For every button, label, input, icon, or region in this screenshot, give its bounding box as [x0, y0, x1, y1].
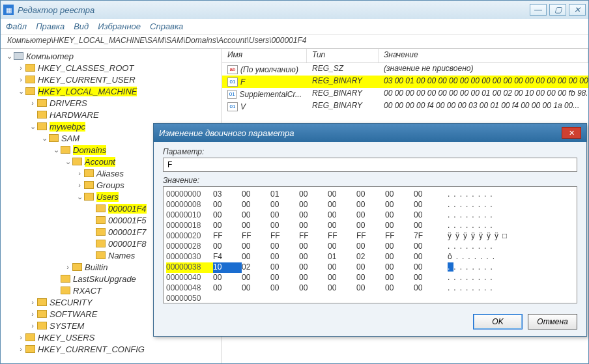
col-type[interactable]: Тип	[307, 49, 379, 63]
hex-byte[interactable]: 00	[414, 221, 442, 231]
collapse-icon[interactable]: ⌄	[75, 193, 84, 201]
hex-row[interactable]: 000000480000000000000000........	[166, 283, 574, 294]
address-bar[interactable]: Компьютер\HKEY_LOCAL_MACHINE\SAM\SAM\Dom…	[1, 35, 588, 49]
hex-byte[interactable]: 00	[299, 200, 328, 210]
hex-byte[interactable]: 00	[299, 252, 328, 262]
collapse-icon[interactable]: ⌄	[5, 52, 14, 61]
collapse-icon[interactable]: ⌄	[63, 158, 72, 166]
hex-byte[interactable]: 00	[242, 283, 270, 294]
hex-byte[interactable]: 00	[414, 252, 442, 262]
hex-byte[interactable]: 00	[270, 200, 299, 210]
hex-byte[interactable]: 00	[270, 221, 299, 231]
list-header[interactable]: Имя Тип Значение	[222, 49, 588, 63]
hex-byte[interactable]: 00	[242, 200, 270, 210]
hex-byte[interactable]: 00	[270, 252, 299, 262]
menu-file[interactable]: Файл	[6, 21, 27, 31]
maximize-button[interactable]: ▢	[549, 4, 566, 16]
collapse-icon[interactable]: ⌄	[51, 146, 61, 154]
hex-byte[interactable]: 01	[270, 189, 299, 200]
hex-row[interactable]: 000000100000000000000000........	[166, 210, 574, 221]
expand-icon[interactable]: ›	[28, 322, 37, 329]
value-row[interactable]: 01SupplementalCr...REG_BINARY00 00 00 00…	[222, 88, 588, 100]
hex-byte[interactable]: 00	[328, 210, 356, 221]
hex-byte[interactable]: 00	[242, 221, 270, 231]
hex-row[interactable]: 000000000300010000000000........	[166, 189, 574, 200]
hex-bytes[interactable]: 1002000000000000	[213, 262, 442, 273]
expand-icon[interactable]: ›	[75, 181, 84, 189]
hex-byte[interactable]: 00	[328, 221, 356, 231]
hex-bytes[interactable]: 0000000000000000	[213, 210, 442, 221]
hex-byte[interactable]: 00	[213, 242, 242, 252]
hex-byte[interactable]: 00	[356, 221, 385, 231]
hex-byte[interactable]: 00	[385, 189, 414, 200]
hex-row[interactable]: 00000020FFFFFFFFFFFFFF7Fÿÿÿÿÿÿÿ□	[166, 231, 574, 242]
hex-byte[interactable]: 00	[213, 221, 242, 231]
dialog-titlebar[interactable]: Изменение двоичного параметра ✕	[154, 124, 586, 142]
hex-bytes[interactable]: 0000000000000000	[213, 283, 442, 294]
hex-byte[interactable]: 00	[270, 283, 299, 294]
expand-icon[interactable]: ›	[28, 310, 37, 318]
hex-byte[interactable]: 00	[385, 283, 414, 294]
hex-row[interactable]: 00000050	[166, 294, 574, 303]
hex-byte[interactable]: 00	[356, 242, 385, 252]
hex-byte[interactable]: 00	[356, 200, 385, 210]
hex-byte[interactable]: 00	[299, 210, 328, 221]
hex-byte[interactable]: 00	[356, 262, 385, 273]
tree-node[interactable]: ›HKEY_CURRENT_USER	[2, 74, 222, 85]
hex-byte[interactable]: 00	[270, 242, 299, 252]
hex-byte[interactable]: 00	[356, 273, 385, 283]
hex-byte[interactable]: 00	[299, 242, 328, 252]
col-value[interactable]: Значение	[379, 49, 588, 63]
expand-icon[interactable]: ›	[63, 263, 72, 271]
tree-node[interactable]: ⌄Компьютер	[2, 50, 222, 62]
hex-byte[interactable]: FF	[385, 231, 414, 242]
tree-node[interactable]: HARDWARE	[2, 109, 222, 120]
param-input[interactable]	[163, 158, 577, 172]
hex-byte[interactable]: 00	[270, 273, 299, 283]
hex-byte[interactable]: 00	[242, 252, 270, 262]
hex-bytes[interactable]: 0000000000000000	[213, 200, 442, 210]
expand-icon[interactable]: ›	[16, 64, 25, 72]
hex-byte[interactable]: 00	[328, 262, 356, 273]
value-row[interactable]: 01FREG_BINARY03 00 01 00 00 00 00 00 00 …	[222, 76, 588, 88]
hex-byte[interactable]: 00	[213, 210, 242, 221]
hex-ascii[interactable]: ........	[442, 242, 574, 252]
hex-byte[interactable]: 00	[385, 242, 414, 252]
hex-byte[interactable]: 00	[328, 273, 356, 283]
hex-byte[interactable]: 00	[414, 189, 442, 200]
hex-bytes[interactable]: 0000000000000000	[213, 221, 442, 231]
collapse-icon[interactable]: ⌄	[40, 134, 49, 143]
hex-byte[interactable]: 00	[328, 189, 356, 200]
hex-byte[interactable]: 00	[414, 273, 442, 283]
hex-ascii[interactable]: ........	[442, 273, 574, 283]
value-row[interactable]: 01VREG_BINARY00 00 00 00 f4 00 00 00 03 …	[222, 100, 588, 113]
hex-byte[interactable]: 00	[299, 262, 328, 273]
hex-byte[interactable]: 00	[242, 242, 270, 252]
hex-byte[interactable]: 00	[385, 210, 414, 221]
collapse-icon[interactable]: ⌄	[16, 87, 25, 96]
expand-icon[interactable]: ›	[16, 345, 25, 353]
cancel-button[interactable]: Отмена	[528, 314, 577, 329]
expand-icon[interactable]: ›	[16, 76, 25, 83]
hex-byte[interactable]: 00	[385, 200, 414, 210]
hex-bytes[interactable]: FFFFFFFFFFFFFF7F	[213, 231, 442, 242]
hex-byte[interactable]: 00	[385, 252, 414, 262]
hex-byte[interactable]: 00	[242, 210, 270, 221]
hex-byte[interactable]: FF	[270, 231, 299, 242]
collapse-icon[interactable]: ⌄	[28, 122, 37, 131]
hex-ascii[interactable]: ........	[442, 283, 574, 294]
hex-ascii[interactable]: ........	[442, 210, 574, 221]
hex-ascii[interactable]: ÿÿÿÿÿÿÿ□	[442, 231, 574, 242]
hex-byte[interactable]: 00	[328, 242, 356, 252]
hex-byte[interactable]: 00	[299, 273, 328, 283]
hex-byte[interactable]: 00	[414, 210, 442, 221]
ok-button[interactable]: OK	[473, 314, 523, 329]
hex-byte[interactable]: 00	[299, 189, 328, 200]
hex-byte[interactable]: FF	[299, 231, 328, 242]
hex-bytes[interactable]: 0000000000000000	[213, 273, 442, 283]
hex-byte[interactable]: 10	[213, 262, 242, 273]
hex-byte[interactable]: F4	[213, 252, 242, 262]
hex-byte[interactable]: 00	[414, 283, 442, 294]
hex-byte[interactable]: 03	[213, 189, 242, 200]
hex-row[interactable]: 000000280000000000000000........	[166, 242, 574, 252]
